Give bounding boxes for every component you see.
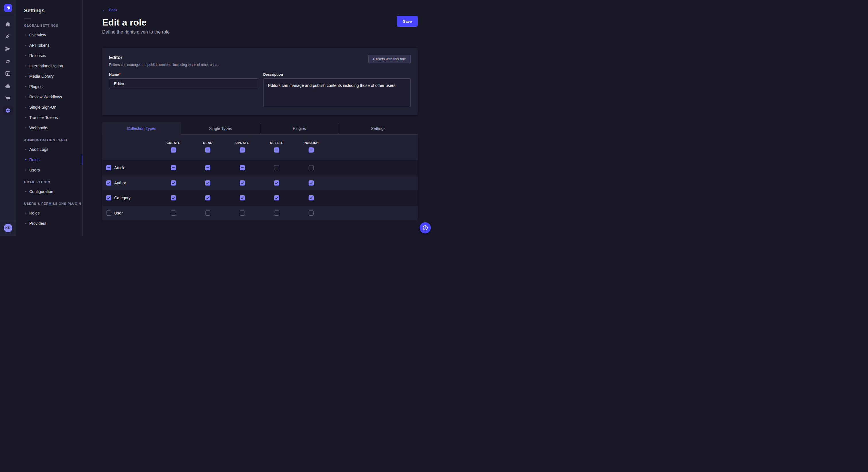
checkbox-indeterminate[interactable]: [205, 165, 210, 170]
permission-cell: [191, 180, 225, 186]
feather-icon[interactable]: [3, 32, 13, 41]
column-label: DELETE: [270, 141, 284, 145]
checkbox-checked[interactable]: [274, 195, 279, 200]
bullet-icon: [25, 169, 26, 171]
sidebar-item-roles[interactable]: Roles: [16, 208, 82, 218]
sidebar-item-releases[interactable]: Releases: [16, 50, 82, 61]
row-label-cell: Article: [102, 165, 156, 170]
gear-icon[interactable]: [3, 105, 13, 115]
strapi-logo[interactable]: [4, 4, 12, 12]
tab-collection-types[interactable]: Collection Types: [102, 122, 181, 135]
tab-settings[interactable]: Settings: [339, 122, 417, 135]
permission-cell: [191, 165, 225, 170]
sidebar-item-webhooks[interactable]: Webhooks: [16, 123, 82, 133]
sidebar-item-plugins[interactable]: Plugins: [16, 81, 82, 92]
sidebar-section-global-settings: GLOBAL SETTINGSOverviewAPI TokensRelease…: [16, 24, 82, 133]
checkbox-unchecked[interactable]: [240, 210, 245, 216]
sidebar-section-email-plugin: EMAIL PLUGINConfiguration: [16, 180, 82, 197]
bullet-icon: [25, 55, 26, 56]
checkbox-unchecked[interactable]: [106, 210, 112, 216]
sidebar-item-review-workflows[interactable]: Review Workflows: [16, 92, 82, 102]
checkbox-indeterminate[interactable]: [274, 147, 279, 153]
permission-cell: [156, 195, 191, 200]
rail-header: [0, 0, 16, 16]
checkbox-indeterminate[interactable]: [171, 147, 176, 153]
checkbox-checked[interactable]: [309, 180, 314, 186]
checkbox-indeterminate[interactable]: [106, 165, 112, 170]
checkbox-unchecked[interactable]: [171, 210, 176, 216]
sidebar-item-api-tokens[interactable]: API Tokens: [16, 40, 82, 50]
sidebar-item-configuration[interactable]: Configuration: [16, 187, 82, 197]
paper-plane-icon[interactable]: [3, 44, 13, 54]
column-header-read: READ: [191, 135, 225, 160]
row-label-cell: Category: [102, 195, 156, 200]
permission-row-user: User: [102, 206, 417, 221]
permission-cell: [259, 195, 294, 200]
sidebar-item-label: Providers: [29, 221, 46, 226]
home-icon[interactable]: [3, 19, 13, 29]
checkbox-checked[interactable]: [274, 180, 279, 186]
checkbox-checked[interactable]: [205, 195, 210, 200]
sidebar-item-users[interactable]: Users: [16, 165, 82, 175]
description-label: Description: [263, 72, 411, 77]
checkbox-unchecked[interactable]: [274, 165, 279, 170]
checkbox-checked[interactable]: [171, 195, 176, 200]
save-button[interactable]: Save: [397, 16, 417, 27]
sidebar-item-label: Roles: [29, 210, 40, 216]
layout-icon[interactable]: [3, 69, 13, 78]
role-card-heading-group: Editor Editors can manage and publish co…: [109, 55, 219, 67]
checkbox-unchecked[interactable]: [309, 210, 314, 216]
sidebar-item-single-sign-on[interactable]: Single Sign-On: [16, 102, 82, 112]
sidebar-item-label: Single Sign-On: [29, 105, 56, 110]
checkbox-checked[interactable]: [205, 180, 210, 186]
page-subtitle: Define the rights given to the role: [102, 29, 417, 35]
column-label: UPDATE: [236, 141, 249, 145]
permission-cell: [156, 180, 191, 186]
back-label: Back: [109, 8, 117, 12]
back-arrow-icon: ←: [102, 8, 106, 12]
tab-plugins[interactable]: Plugins: [260, 122, 339, 135]
role-subtitle: Editors can manage and publish contents …: [109, 63, 219, 67]
cart-icon[interactable]: [3, 93, 13, 103]
checkbox-indeterminate[interactable]: [240, 147, 245, 153]
sidebar-item-overview[interactable]: Overview: [16, 30, 82, 40]
checkbox-checked[interactable]: [240, 195, 245, 200]
permission-row-author: Author: [102, 175, 417, 191]
checkbox-checked[interactable]: [106, 195, 112, 200]
checkbox-indeterminate[interactable]: [171, 165, 176, 170]
permission-cell: [294, 210, 329, 216]
checkbox-indeterminate[interactable]: [205, 147, 210, 153]
sidebar-item-media-library[interactable]: Media Library: [16, 71, 82, 81]
checkbox-indeterminate[interactable]: [240, 165, 245, 170]
sidebar-item-providers[interactable]: Providers: [16, 218, 82, 229]
avatar[interactable]: KD: [4, 224, 12, 232]
checkbox-checked[interactable]: [309, 195, 314, 200]
cloud-icon[interactable]: [3, 81, 13, 91]
checkbox-indeterminate[interactable]: [309, 147, 314, 153]
role-description-textarea[interactable]: Editors can manage and publish contents …: [263, 78, 411, 107]
checkbox-checked[interactable]: [106, 180, 112, 186]
sidebar-item-label: Webhooks: [29, 125, 48, 131]
sidebar-item-audit-logs[interactable]: Audit Logs: [16, 144, 82, 155]
permission-cell: [225, 180, 259, 186]
sidebar-item-transfer-tokens[interactable]: Transfer Tokens: [16, 112, 82, 123]
checkbox-unchecked[interactable]: [274, 210, 279, 216]
checkbox-checked[interactable]: [171, 180, 176, 186]
images-icon[interactable]: [3, 56, 13, 66]
permissions-section: Collection TypesSingle TypesPluginsSetti…: [102, 122, 417, 221]
rail-footer: KD: [0, 221, 16, 236]
back-link[interactable]: ← Back: [102, 8, 117, 12]
checkbox-unchecked[interactable]: [205, 210, 210, 216]
strapi-logo-icon: [5, 5, 11, 11]
sidebar-item-internationalization[interactable]: Internationalization: [16, 61, 82, 71]
sidebar-item-roles[interactable]: Roles: [16, 155, 82, 165]
tab-single-types[interactable]: Single Types: [181, 122, 260, 135]
checkbox-checked[interactable]: [240, 180, 245, 186]
bullet-icon: [25, 159, 26, 160]
checkbox-unchecked[interactable]: [309, 165, 314, 170]
sidebar-section-label: ADMINISTRATION PANEL: [16, 138, 82, 142]
help-button[interactable]: ?: [420, 222, 431, 233]
role-name-input[interactable]: [109, 78, 258, 89]
bullet-icon: [25, 45, 26, 46]
column-label: READ: [203, 141, 213, 145]
